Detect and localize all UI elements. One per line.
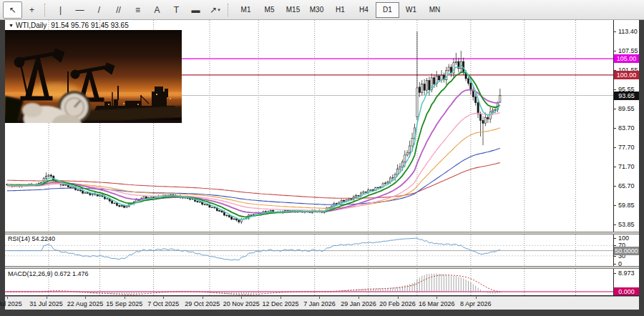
toolbar: ↖+|—///≡AT▬↗▾M1M5M15M30H1H4D1W1MN bbox=[0, 0, 644, 20]
axis-tick-mark bbox=[614, 109, 616, 109]
date-tick-mark bbox=[280, 297, 281, 299]
price-axis[interactable]: 113.40107.55101.5595.5589.5583.7077.7071… bbox=[613, 20, 639, 296]
date-tick-mark bbox=[358, 297, 359, 299]
level-price-badge: 105.00 bbox=[614, 54, 639, 63]
date-tick-mark bbox=[85, 297, 86, 299]
axis-tick-mark bbox=[614, 89, 616, 90]
equidistant-channel-tool[interactable]: // bbox=[109, 1, 128, 19]
axis-tick-mark bbox=[614, 147, 616, 148]
cursor-tool[interactable]: ↖ bbox=[3, 1, 22, 19]
rsi-line bbox=[7, 238, 500, 260]
macd-current-values: 0.672 1.476 bbox=[54, 270, 89, 277]
date-label: 20 Feb 2026 bbox=[379, 300, 416, 307]
axis-tick-mark bbox=[614, 51, 616, 51]
date-tick-mark bbox=[203, 297, 203, 299]
price-tick-label: 107.55 bbox=[618, 47, 638, 54]
macd-indicator-label: MACD(12,26,9) 0.672 1.476 bbox=[8, 270, 89, 277]
ma-red-slow bbox=[7, 163, 500, 199]
timeframe-m15[interactable]: M15 bbox=[281, 2, 305, 18]
axis-tick-mark bbox=[614, 273, 616, 274]
date-label: 29 Jan 2026 bbox=[341, 300, 376, 307]
timeframe-w1[interactable]: W1 bbox=[399, 2, 423, 18]
price-tick-label: 77.70 bbox=[618, 144, 635, 151]
rsi-indicator-label: RSI(14) 54.2240 bbox=[8, 235, 55, 242]
rsi-pane-canvas[interactable] bbox=[5, 234, 613, 266]
price-tick-label: 53.85 bbox=[618, 221, 635, 228]
date-label: 12 Dec 2025 bbox=[262, 300, 298, 307]
current-price-badge: 93.65 bbox=[614, 92, 639, 100]
price-tick-label: 71.70 bbox=[618, 163, 635, 170]
price-tick-label: 65.70 bbox=[618, 182, 635, 189]
horizontal-line-tool[interactable]: — bbox=[70, 1, 89, 19]
plot-border bbox=[5, 295, 639, 296]
timeframe-m30[interactable]: M30 bbox=[305, 2, 328, 18]
date-label: 29 Oct 2025 bbox=[185, 300, 220, 307]
timeframe-mn[interactable]: MN bbox=[423, 2, 447, 18]
chart-area: ▼WTI,Daily91.54 95.76 91.45 93.65 bbox=[5, 20, 639, 310]
fibonacci-tool[interactable]: ≡ bbox=[128, 1, 147, 19]
date-tick-mark bbox=[436, 297, 437, 299]
axis-tick-mark bbox=[614, 238, 616, 239]
rsi-current-value: 54.2240 bbox=[32, 235, 56, 242]
rsi-tick-label: 100 bbox=[618, 234, 629, 242]
axis-tick-mark bbox=[614, 31, 616, 32]
date-label: 22 Aug 2025 bbox=[67, 300, 104, 307]
date-label: 7 Oct 2025 bbox=[147, 300, 179, 307]
date-tick-mark bbox=[398, 297, 399, 299]
text-tool[interactable]: A bbox=[147, 1, 167, 19]
date-tick-mark bbox=[241, 297, 242, 299]
ma-pink bbox=[7, 113, 500, 211]
date-tick-mark bbox=[7, 297, 8, 299]
axis-tick-mark bbox=[614, 256, 616, 257]
shapes-tool[interactable]: ▬ bbox=[186, 1, 205, 19]
axis-tick-mark bbox=[614, 264, 616, 265]
pane-separator[interactable] bbox=[5, 232, 639, 234]
timeframe-m1[interactable]: M1 bbox=[234, 2, 258, 18]
axis-tick-mark bbox=[614, 205, 616, 206]
arrows-tool[interactable]: ↗▾ bbox=[205, 1, 225, 19]
timeframe-m5[interactable]: M5 bbox=[258, 2, 281, 18]
axis-tick-mark bbox=[614, 167, 616, 167]
macd-tick-label: 8.973 bbox=[618, 270, 635, 277]
vertical-line-tool[interactable]: | bbox=[51, 1, 70, 19]
axis-tick-mark bbox=[614, 186, 616, 187]
crosshair-tool[interactable]: + bbox=[22, 1, 42, 19]
axis-tick-mark bbox=[614, 128, 616, 129]
axis-tick-mark bbox=[614, 224, 616, 225]
toolbar-separator bbox=[228, 4, 231, 16]
timeframe-d1[interactable]: D1 bbox=[376, 2, 399, 18]
mt4-window: { "toolbar": { "tools": [ {"name":"curso… bbox=[0, 0, 644, 316]
trendline-tool[interactable]: / bbox=[89, 1, 109, 19]
date-label: 15 Sep 2025 bbox=[106, 300, 142, 307]
level-price-badge: 100.00 bbox=[614, 71, 639, 79]
date-label: 16 Mar 2026 bbox=[419, 300, 455, 307]
label-tool[interactable]: T bbox=[167, 1, 186, 19]
pane-separator[interactable] bbox=[5, 266, 639, 269]
date-tick-mark bbox=[125, 297, 125, 299]
date-tick-mark bbox=[319, 297, 320, 299]
date-label: 9 Jul 2025 bbox=[0, 300, 22, 307]
news-photo-oil-field bbox=[5, 30, 182, 123]
dropdown-caret-icon[interactable]: ▾ bbox=[218, 7, 220, 13]
chart-symbol-title: WTI,Daily bbox=[16, 21, 47, 29]
chart-ohlc-values: 91.54 95.76 91.45 93.65 bbox=[51, 21, 128, 29]
symbol-dropdown-icon[interactable]: ▼ bbox=[9, 23, 14, 28]
date-label: 7 Jan 2026 bbox=[303, 300, 336, 307]
date-axis[interactable]: 9 Jul 202531 Jul 202522 Aug 202515 Sep 2… bbox=[5, 296, 639, 310]
date-tick-mark bbox=[476, 297, 477, 299]
macd-pane-canvas[interactable] bbox=[5, 269, 613, 295]
date-label: 8 Apr 2026 bbox=[460, 300, 492, 307]
date-label: 20 Nov 2025 bbox=[223, 300, 260, 307]
ma-orange bbox=[7, 128, 500, 209]
date-tick-mark bbox=[47, 297, 47, 299]
rsi-level-badge: 50.0000 bbox=[614, 247, 639, 255]
toolbar-separator bbox=[44, 4, 48, 16]
date-label: 31 Jul 2025 bbox=[29, 300, 63, 307]
price-tick-label: 59.85 bbox=[618, 202, 635, 209]
price-tick-label: 89.55 bbox=[618, 105, 635, 112]
date-tick-mark bbox=[163, 297, 164, 299]
price-tick-label: 83.70 bbox=[618, 124, 635, 132]
timeframe-h1[interactable]: H1 bbox=[328, 2, 352, 18]
timeframe-h4[interactable]: H4 bbox=[352, 2, 376, 18]
price-tick-label: 113.40 bbox=[618, 28, 638, 35]
